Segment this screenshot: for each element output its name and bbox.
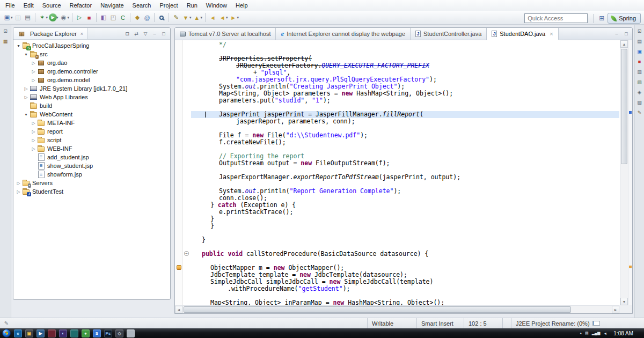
tree-expanded-arrow-icon[interactable]: ▾ bbox=[16, 43, 21, 48]
code-line[interactable]: JasperExportManager.exportReportToPdfStr… bbox=[191, 174, 619, 181]
minimize-editor-button[interactable]: – bbox=[612, 30, 621, 38]
new-package-button[interactable]: ◰ bbox=[108, 13, 118, 23]
code-line[interactable]: } bbox=[191, 216, 619, 223]
tree-collapsed-arrow-icon[interactable]: ▷ bbox=[23, 86, 29, 91]
code-content[interactable]: */JRProperties.setProperty(JRQueryExecut… bbox=[191, 41, 619, 305]
pinned-app-icon-6[interactable] bbox=[70, 329, 78, 337]
dropdown-arrow-icon[interactable]: ▾ bbox=[11, 16, 13, 20]
menu-source[interactable]: Source bbox=[38, 1, 65, 10]
editor-tab-studentdao-java[interactable]: JStudentDAO.java× bbox=[487, 28, 558, 40]
view-menu-button[interactable]: ▽ bbox=[141, 30, 150, 38]
tree-item-org-demo-model[interactable]: ▷org.demo.model bbox=[13, 76, 170, 84]
media-player-icon[interactable]: ▶ bbox=[36, 329, 45, 337]
code-line[interactable] bbox=[191, 230, 619, 237]
tree-item-add-student-jsp[interactable]: add_student.jsp bbox=[13, 153, 170, 161]
tree-item-web-app-libraries[interactable]: ▷Web App Libraries bbox=[13, 93, 170, 101]
fold-collapse-icon[interactable]: − bbox=[184, 251, 189, 256]
annotations-view-icon[interactable]: ✎ bbox=[635, 108, 644, 117]
photoshop-icon[interactable]: Ps bbox=[104, 329, 112, 337]
search-button[interactable] bbox=[157, 13, 166, 23]
markers-view-icon[interactable]: ◈ bbox=[635, 88, 644, 97]
overview-marker-warning[interactable] bbox=[629, 266, 632, 268]
jar-export-button[interactable]: ◆ bbox=[133, 13, 142, 23]
properties-view-icon[interactable]: ▧ bbox=[635, 98, 644, 107]
code-line[interactable]: public void callStoredProcedure(BasicDat… bbox=[191, 251, 619, 258]
tree-collapsed-arrow-icon[interactable]: ▷ bbox=[31, 78, 36, 83]
menu-navigate[interactable]: Navigate bbox=[96, 1, 128, 10]
code-line[interactable]: } bbox=[191, 237, 619, 244]
open-perspective-icon[interactable]: ⊞ bbox=[599, 14, 604, 22]
dropdown-arrow-icon[interactable]: ▾ bbox=[226, 16, 228, 20]
tree-collapsed-arrow-icon[interactable]: ▷ bbox=[31, 69, 36, 74]
menu-help[interactable]: Help bbox=[231, 1, 252, 10]
print-button[interactable]: ▤ bbox=[23, 13, 33, 23]
code-line[interactable]: e.printStackTrace(); bbox=[191, 209, 619, 216]
tree-item-build[interactable]: build bbox=[13, 101, 170, 110]
tree-collapsed-arrow-icon[interactable]: ▷ bbox=[31, 129, 36, 134]
console-view-icon[interactable]: ▣ bbox=[635, 47, 644, 56]
dropdown-arrow-icon[interactable]: ▾ bbox=[201, 16, 203, 20]
vertical-scrollbar[interactable]: ▲ ▼ bbox=[620, 40, 628, 305]
dropdown-arrow-icon[interactable]: ▾ bbox=[68, 16, 70, 20]
tree-item-proccalljasperspring[interactable]: ▾SProcCallJasperSpring bbox=[13, 41, 170, 50]
menu-window[interactable]: Window bbox=[202, 1, 231, 10]
package-explorer-view-tab[interactable]: Package Explorer × bbox=[13, 28, 87, 39]
stop-server-button[interactable]: ■ bbox=[84, 13, 94, 23]
snippets-view-icon[interactable]: ▨ bbox=[635, 78, 644, 86]
dropdown-arrow-icon[interactable]: ▾ bbox=[56, 16, 58, 20]
eclipse-icon[interactable]: ◐ bbox=[59, 329, 67, 337]
scroll-down-arrow[interactable]: ▼ bbox=[620, 298, 628, 305]
overview-ruler[interactable] bbox=[628, 40, 632, 305]
run-button[interactable]: ▶ bbox=[49, 13, 57, 21]
tree-item-web-inf[interactable]: ▷WEB-INF bbox=[13, 144, 170, 153]
tree-collapsed-arrow-icon[interactable]: ▷ bbox=[31, 146, 36, 151]
close-view-icon[interactable]: × bbox=[80, 31, 83, 36]
javadoc-button[interactable]: @ bbox=[142, 13, 152, 23]
tree-item-org-dao[interactable]: ▷org.dao bbox=[13, 58, 170, 67]
tree-item-studenttest[interactable]: ▷JStudentTest bbox=[13, 187, 170, 196]
code-line[interactable]: */ bbox=[191, 41, 619, 48]
tree-collapsed-arrow-icon[interactable]: ▷ bbox=[31, 61, 36, 65]
pinned-app-icon-11[interactable] bbox=[127, 329, 135, 337]
tree-item-src[interactable]: ▾▪src bbox=[13, 50, 170, 58]
tree-item-report[interactable]: ▷report bbox=[13, 127, 170, 136]
taskbar-clock[interactable]: 1:08 AM bbox=[610, 330, 636, 336]
new-class-button[interactable]: C bbox=[118, 13, 128, 23]
tree-collapsed-arrow-icon[interactable]: ▷ bbox=[16, 189, 21, 194]
dropdown-arrow-icon[interactable]: ▾ bbox=[189, 16, 192, 20]
tree-item-showform-jsp[interactable]: showform.jsp bbox=[13, 170, 170, 179]
tree-collapsed-arrow-icon[interactable]: ▷ bbox=[31, 138, 36, 143]
code-line[interactable]: parameters.put("studId", "1"); bbox=[191, 97, 619, 104]
outline-view-icon[interactable]: ▤ bbox=[635, 37, 644, 46]
tree-item-script[interactable]: ▷script bbox=[13, 136, 170, 144]
package-explorer-shortcut-icon[interactable]: ▦ bbox=[1, 37, 10, 46]
pinned-app-icon-10[interactable]: ◇ bbox=[115, 329, 123, 337]
code-line[interactable]: .withProcedureName("getStudent"); bbox=[191, 285, 619, 292]
horizontal-scrollbar-thumb[interactable] bbox=[184, 306, 571, 313]
horizontal-scrollbar[interactable]: ◄ ► bbox=[175, 305, 619, 313]
windows-explorer-icon[interactable]: ▣ bbox=[25, 329, 33, 337]
pinned-app-icon-7[interactable]: ● bbox=[82, 329, 90, 337]
tree-item-org-demo-controller[interactable]: ▷org.demo.controller bbox=[13, 67, 170, 76]
tree-item-show-student-jsp[interactable]: show_student.jsp bbox=[13, 161, 170, 170]
save-button[interactable]: ◫ bbox=[13, 13, 23, 23]
task-list-view-icon[interactable]: ▥ bbox=[635, 68, 644, 76]
perspective-spring-button[interactable]: Spring bbox=[608, 13, 641, 24]
collapse-all-button[interactable]: ⊟ bbox=[123, 30, 131, 38]
pinned-app-icon-4[interactable] bbox=[48, 329, 56, 337]
link-with-editor-button[interactable]: ⇄ bbox=[132, 30, 141, 38]
tree-collapsed-arrow-icon[interactable]: ▷ bbox=[16, 181, 21, 186]
code-line[interactable]: jasperReport, parameters, conn); bbox=[191, 118, 619, 125]
tree-item-webcontent[interactable]: ▾WebContent bbox=[13, 110, 170, 119]
tray-network-icon[interactable]: ▂▄▆ bbox=[592, 331, 601, 335]
quick-access-input[interactable] bbox=[524, 13, 588, 23]
code-line[interactable]: OutputStream output = new FileOutputStre… bbox=[191, 160, 619, 167]
menu-project[interactable]: Project bbox=[155, 1, 182, 10]
annotation-ruler[interactable] bbox=[175, 40, 183, 305]
code-line[interactable]: } bbox=[191, 223, 619, 230]
code-line[interactable]: f.createNewFile(); bbox=[191, 139, 619, 146]
code-editor[interactable]: − */JRProperties.setProperty(JRQueryExec… bbox=[175, 40, 632, 313]
close-tab-icon[interactable]: × bbox=[550, 31, 553, 37]
menu-file[interactable]: File bbox=[1, 1, 19, 10]
servers-view-icon[interactable]: ■ bbox=[635, 57, 644, 66]
